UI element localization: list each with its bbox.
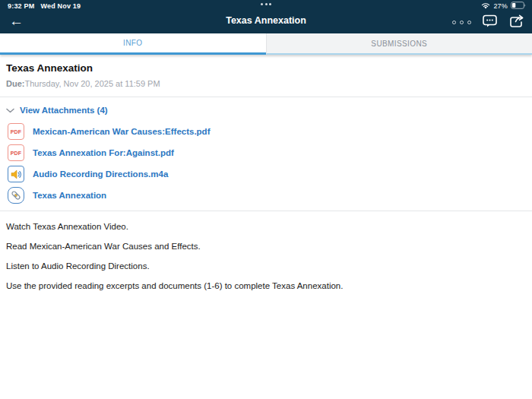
attachment-row-audio[interactable]: Audio Recording Directions.m4a xyxy=(8,163,526,185)
more-options-icon xyxy=(452,21,456,24)
pdf-icon: PDF xyxy=(8,144,24,161)
pdf-icon: PDF xyxy=(8,123,24,140)
attachment-label: Texas Annexation xyxy=(33,191,106,200)
description-line: Read Mexican-American War Causes and Eff… xyxy=(6,242,526,251)
assignment-info-panel: Texas Annexation Due:Thursday, Nov 20, 2… xyxy=(0,62,532,290)
assignment-title: Texas Annexation xyxy=(6,62,526,74)
wifi-icon xyxy=(481,2,490,11)
attachment-label: Texas Annexation For:Against.pdf xyxy=(33,148,174,157)
attachments-list: PDF Mexican-American War Causes:Effects.… xyxy=(8,121,526,206)
description-line: Listen to Audio Recording Directions. xyxy=(6,261,526,271)
share-icon xyxy=(509,14,524,30)
description-line: Watch Texas Annexation Video. xyxy=(6,222,526,231)
due-label: Due: xyxy=(6,79,24,88)
description-line: Use the provided reading excerpts and do… xyxy=(6,281,526,290)
chevron-down-icon xyxy=(6,104,14,116)
share-button[interactable] xyxy=(509,14,524,30)
audio-icon xyxy=(8,166,24,182)
status-date: Wed Nov 19 xyxy=(40,2,81,10)
attachment-row-pdf-2[interactable]: PDF Texas Annexation For:Against.pdf xyxy=(8,142,526,163)
divider xyxy=(0,211,532,211)
battery-percent: 27% xyxy=(493,2,508,10)
link-icon xyxy=(8,187,24,204)
attachment-label: Audio Recording Directions.m4a xyxy=(33,169,168,179)
divider xyxy=(0,97,532,97)
comments-button[interactable] xyxy=(483,14,498,30)
tab-bar: INFO SUBMISSIONS xyxy=(0,33,532,55)
assignment-description: Watch Texas Annexation Video. Read Mexic… xyxy=(6,222,526,290)
attachment-row-pdf-1[interactable]: PDF Mexican-American War Causes:Effects.… xyxy=(8,121,526,142)
app-header: 9:32 PM Wed Nov 19 27% xyxy=(0,0,532,33)
view-attachments-toggle[interactable]: View Attachments (4) xyxy=(6,104,108,116)
comments-icon xyxy=(483,14,498,30)
attachment-row-link[interactable]: Texas Annexation xyxy=(8,185,526,206)
attachment-label: Mexican-American War Causes:Effects.pdf xyxy=(33,127,210,136)
tab-info[interactable]: INFO xyxy=(0,33,266,55)
battery-icon xyxy=(511,2,526,11)
clock: 9:32 PM xyxy=(8,2,34,10)
due-value: Thursday, Nov 20, 2025 at 11:59 PM xyxy=(24,79,160,88)
status-right: 27% xyxy=(481,2,526,11)
multitask-dots-icon xyxy=(261,3,271,5)
status-left: 9:32 PM Wed Nov 19 xyxy=(8,2,81,10)
nav-actions xyxy=(452,11,524,33)
nav-bar: ← Texas Annexation xyxy=(0,11,532,33)
due-date-line: Due:Thursday, Nov 20, 2025 at 11:59 PM xyxy=(6,79,526,88)
tab-submissions[interactable]: SUBMISSIONS xyxy=(266,33,532,55)
status-bar: 9:32 PM Wed Nov 19 27% xyxy=(0,0,532,11)
view-attachments-label: View Attachments (4) xyxy=(20,106,108,115)
more-options-button[interactable] xyxy=(452,21,471,24)
